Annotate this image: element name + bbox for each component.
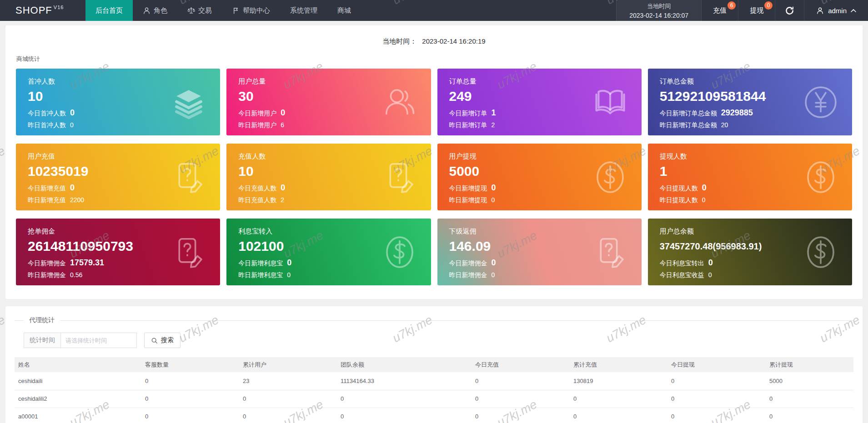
doc-icon (382, 159, 417, 195)
recharge-label: 充值 (713, 6, 727, 15)
doc-icon (592, 234, 628, 270)
card-today-label: 今日新增用户 (238, 109, 276, 118)
card-today-label: 今日首冲人数 (28, 109, 66, 118)
stat-time-field: 统计时间 (24, 333, 137, 348)
card-yesterday-line: 昨日新增提现0 (449, 196, 630, 204)
card-today-value: 0 (702, 183, 707, 193)
table-cell: ceshidalili2 (15, 390, 141, 408)
card-yesterday-value: 2 (281, 196, 284, 204)
app-logo[interactable]: SHOPFV16 (0, 0, 69, 21)
agent-panel: 代理统计 统计时间 搜索 姓名客服数量累计用户团队余额今日充值累计充值今日提现累… (5, 306, 863, 423)
chevron-up-icon (851, 9, 856, 12)
table-cell: 0 (337, 408, 472, 423)
nav-item-label: 后台首页 (95, 6, 123, 15)
table-row[interactable]: a000010000000 (15, 408, 853, 423)
stat-card-total-balance: 用户总余额37457270.48(956983.91)今日利息宝转出0今日利息宝… (648, 219, 852, 285)
card-yesterday-label: 今日利息宝收益 (660, 271, 704, 279)
nav-item-label: 系统管理 (290, 6, 317, 15)
card-today-label: 今日新增订单总金额 (660, 109, 717, 118)
card-today-value: 0 (287, 258, 291, 268)
card-yesterday-value: 0.56 (70, 271, 82, 279)
card-yesterday-label: 昨日新增充值 (28, 196, 66, 204)
table-cell: 0 (239, 408, 337, 423)
doc-icon (171, 159, 206, 195)
dollar-icon (803, 159, 838, 195)
table-row[interactable]: ceshidalili20000000 (15, 390, 853, 408)
card-today-label: 今日新增利息宝 (238, 259, 283, 268)
flag-icon (232, 7, 240, 15)
table-cell: 0 (570, 408, 667, 423)
nav-item-label: 商城 (337, 6, 351, 15)
stats-panel: 当地时间：2023-02-14 16:20:19 商城统计 首冲人数10今日首冲… (5, 25, 863, 299)
table-cell: 0 (472, 408, 570, 423)
stat-card-first-recharge-users: 首冲人数10今日首冲人数0昨日首冲人数0 (16, 69, 220, 135)
table-cell: 0 (141, 390, 239, 408)
table-header-row: 姓名客服数量累计用户团队余额今日充值累计充值今日提现累计提现 (15, 357, 853, 372)
content-local-time: 当地时间：2023-02-14 16:20:19 (16, 25, 852, 46)
card-today-value: 1 (492, 108, 496, 118)
stat-card-withdraw-users: 提现人数1今日提现人数0昨日提现人数0 (648, 144, 852, 210)
column-header: 累计充值 (570, 357, 667, 372)
stat-time-input[interactable] (60, 333, 137, 348)
card-yesterday-line: 昨日提现人数0 (660, 196, 840, 204)
local-time-value: 2023-02-14 16:20:07 (629, 12, 688, 19)
card-yesterday-label: 昨日首冲人数 (28, 121, 66, 129)
content-time-label: 当地时间： (382, 37, 416, 45)
table-cell: 0 (141, 408, 239, 423)
card-yesterday-label: 昨日新增提现 (449, 196, 487, 204)
card-yesterday-label: 昨日新增佣金 (28, 271, 66, 279)
stat-card-recharge-users: 充值人数10今日充值人数0昨日充值人数2 (226, 144, 431, 210)
card-yesterday-line: 昨日新增订单总金额20 (660, 121, 840, 129)
column-header: 今日充值 (472, 357, 570, 372)
agent-table: 姓名客服数量累计用户团队余额今日充值累计充值今日提现累计提现 ceshidail… (15, 357, 853, 423)
search-button[interactable]: 搜索 (144, 333, 181, 348)
card-yesterday-label: 昨日新增订单 (449, 121, 487, 129)
card-yesterday-value: 0 (492, 196, 495, 204)
card-yesterday-line: 昨日新增佣金0 (449, 271, 630, 279)
nav-item-help[interactable]: 帮助中心 (222, 0, 280, 21)
column-header: 今日提现 (667, 357, 766, 372)
card-yesterday-value: 0 (70, 121, 74, 129)
nav-item-mall[interactable]: 商城 (327, 0, 361, 21)
card-yesterday-label: 昨日新增订单总金额 (660, 121, 717, 129)
table-cell: 0 (472, 372, 570, 390)
stat-card-total-orders: 订单总量249今日新增订单1昨日新增订单2 (437, 69, 642, 135)
users-icon (382, 85, 417, 120)
card-today-label: 今日利息宝转出 (660, 259, 704, 268)
user-icon (816, 7, 824, 15)
card-yesterday-value: 6 (281, 121, 284, 129)
user-menu[interactable]: admin (804, 0, 868, 21)
nav-item-trade[interactable]: 交易 (177, 0, 222, 21)
withdraw-button[interactable]: 提现 0 (738, 0, 775, 21)
card-yesterday-line: 昨日充值人数2 (238, 196, 419, 204)
column-header: 客服数量 (141, 357, 239, 372)
table-cell: 0 (472, 390, 570, 408)
card-yesterday-line: 昨日新增利息宝0 (238, 271, 419, 279)
nav-item-dashboard[interactable]: 后台首页 (85, 0, 133, 21)
card-today-value: 0 (70, 108, 75, 118)
agent-filter-row: 统计时间 搜索 (24, 333, 853, 348)
stat-cards-grid: 首冲人数10今日首冲人数0昨日首冲人数0用户总量30今日新增用户0昨日新增用户6… (16, 69, 852, 285)
logo-text: SHOPF (15, 5, 52, 16)
card-yesterday-label: 昨日新增用户 (238, 121, 276, 129)
nav-item-roles[interactable]: 角色 (133, 0, 177, 21)
refresh-icon (785, 6, 794, 15)
layers-icon (171, 85, 206, 120)
stats-section-title: 商城统计 (16, 55, 852, 63)
card-yesterday-line: 昨日新增用户6 (238, 121, 419, 129)
card-today-value: 0 (492, 183, 496, 193)
card-yesterday-line: 昨日首冲人数0 (28, 121, 208, 129)
table-cell: 130819 (570, 372, 667, 390)
table-cell: 0 (337, 390, 472, 408)
top-navbar: SHOPFV16 后台首页角色交易帮助中心系统管理商城 当地时间 2023-02… (0, 0, 868, 21)
card-today-value: 0 (708, 258, 713, 268)
recharge-button[interactable]: 充值 6 (702, 0, 738, 21)
column-header: 团队余额 (337, 357, 472, 372)
refresh-button[interactable] (775, 0, 804, 21)
local-time-label: 当地时间 (629, 2, 688, 10)
card-today-value: 0 (492, 258, 496, 268)
nav-item-system[interactable]: 系统管理 (280, 0, 327, 21)
table-row[interactable]: ceshidaili02311134164.33013081905000 (15, 372, 853, 390)
column-header: 累计用户 (239, 357, 337, 372)
stat-card-order-commission: 抢单佣金26148110950793今日新增佣金17579.31昨日新增佣金0.… (16, 219, 220, 285)
